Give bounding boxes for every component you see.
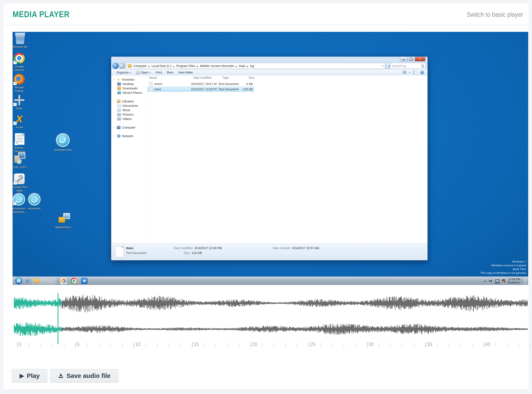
- notepad-icon: [136, 71, 140, 74]
- toolbar-item-open: Open▾: [136, 71, 151, 74]
- details-size: Size:124 KB: [184, 251, 202, 254]
- watermark-line: Windows License is expired: [480, 264, 526, 267]
- ruler-label: 0: [19, 342, 21, 347]
- miarec-icon: [58, 213, 70, 224]
- license-icon: ↗: [15, 133, 25, 145]
- toolbar-item-burn: Burn: [167, 71, 173, 74]
- ruler-tick: [181, 343, 181, 347]
- ruler-tick: [262, 343, 262, 347]
- column-header-date-modified: Date modified: [192, 76, 221, 81]
- sidebar-item-label: Computer: [122, 126, 136, 129]
- file-type-cell: Text Document: [217, 82, 241, 86]
- ruler-tick: [484, 342, 484, 347]
- sizer-icon: ↗: [14, 95, 25, 105]
- x-lite-icon: X↗: [14, 114, 25, 124]
- sidebar-item-label: Pictures: [123, 113, 133, 116]
- breadcrumb-segment: log: [250, 64, 254, 68]
- video-frame[interactable]: × ← → Computer▶Local Disk (C:)▶Program F…: [13, 32, 528, 285]
- desktop-icon-license: ↗license - Shortcut: [13, 133, 32, 153]
- shortcut-arrow-icon: ↗: [13, 202, 16, 205]
- save-audio-button[interactable]: Save audio file: [50, 369, 118, 383]
- file-row: errors3/14/2017 10:57 AMText Document0 K…: [147, 81, 254, 87]
- sidebar-group: ▸Network: [111, 134, 147, 138]
- details-file-name: trace: [126, 246, 133, 250]
- music-icon: [117, 109, 121, 112]
- desktop-icon: [117, 82, 121, 85]
- player-card: MEDIA PLAYER Switch to basic player × ← …: [3, 3, 529, 389]
- details-file-type: Text Document: [126, 251, 146, 254]
- breadcrumb-segment: Local Disk (C:): [152, 64, 172, 68]
- toolbar-item-label: Open: [141, 71, 148, 74]
- folder-icon: [34, 279, 40, 283]
- star-icon: ★: [117, 78, 120, 81]
- switch-to-basic-player-link[interactable]: Switch to basic player: [467, 11, 523, 18]
- desktop-icon-label: X-Lite_4.9.5...: [13, 165, 32, 169]
- sidebar-item-label: Downloads: [123, 87, 138, 90]
- desktop-icon-label: accession: [22, 207, 47, 210]
- window-controls: ×: [400, 57, 425, 61]
- desktop-icon-label: license - Shortcut: [13, 146, 32, 153]
- sidebar-item-label: Desktop: [123, 82, 134, 86]
- ruler-tick: [379, 343, 379, 347]
- media-player-page: MEDIA PLAYER Switch to basic player × ← …: [0, 0, 532, 394]
- toolbar-item-organize: Organize▾: [116, 71, 131, 74]
- minimize-icon: [400, 57, 407, 61]
- sidebar-group: ▸LibrariesDocumentsMusicPicturesVideos: [111, 99, 147, 121]
- search-input: Search log: [390, 63, 426, 69]
- expander-icon: ▸: [114, 78, 115, 81]
- media-player-icon: ▶: [60, 278, 67, 284]
- system-tray: ▲ 12:09 PM 3/14/2017: [484, 277, 527, 285]
- explorer-toolbar: Organize▾Open▾PrintBurnNew folder▾?: [111, 69, 427, 76]
- page-title: MEDIA PLAYER: [13, 10, 69, 19]
- breadcrumb-separator-icon: ▶: [173, 65, 175, 67]
- header: MEDIA PLAYER Switch to basic player: [3, 3, 529, 25]
- back-icon: ←: [112, 63, 119, 69]
- forward-icon: →: [119, 63, 125, 69]
- toolbar-item-label: Burn: [167, 71, 173, 74]
- breadcrumb-separator-icon: ▶: [197, 65, 198, 67]
- watermark-line: Build 7601: [480, 267, 526, 271]
- ruler-tick: [344, 343, 344, 347]
- ruler-tick: [122, 343, 123, 347]
- file-name: trace: [154, 88, 161, 91]
- sidebar-item-documents: Documents: [111, 104, 147, 108]
- prosafe-icon: ↗: [14, 173, 25, 184]
- sidebar-item-pictures: Pictures: [111, 112, 147, 117]
- shortcut-arrow-icon: ↗: [13, 82, 17, 85]
- file-name-cell: errors: [148, 82, 189, 86]
- file-size-cell: 125 KB: [241, 88, 254, 91]
- ruler-tick: [239, 343, 239, 347]
- sidebar-item-label: Libraries: [122, 100, 134, 103]
- breadcrumb-segment: Data: [239, 64, 245, 68]
- play-button[interactable]: ▶ Play: [12, 369, 47, 383]
- ruler-tick: [309, 342, 309, 347]
- accession-icon: [81, 278, 88, 284]
- computer-icon: [117, 126, 120, 129]
- close-icon: ×: [415, 57, 425, 61]
- ruler-tick: [99, 343, 99, 347]
- ruler-label: 15: [193, 342, 199, 347]
- waveform[interactable]: [14, 293, 528, 343]
- ruler-tick: [495, 343, 496, 347]
- ruler-tick: [204, 343, 204, 347]
- shortcut-arrow-icon: ↗: [13, 103, 17, 106]
- toolbar-item-label: New folder: [178, 71, 193, 74]
- expander-icon: ▸: [114, 135, 115, 137]
- ruler-tick: [530, 343, 531, 347]
- ruler-tick: [192, 342, 193, 347]
- accession-live-icon: [56, 133, 70, 147]
- shortcut-arrow-icon: ↗: [13, 61, 17, 64]
- breadcrumb-separator-icon: ▶: [148, 65, 150, 67]
- toolbar-item-label: Print: [156, 71, 162, 74]
- ruler-tick: [507, 343, 507, 347]
- start-button-icon: [15, 277, 22, 284]
- sidebar-item-label: Documents: [123, 104, 138, 107]
- taskbar-clock: 12:09 PM 3/14/2017: [508, 278, 520, 284]
- file-size-cell: 0 KB: [241, 82, 254, 86]
- ruler-tick: [87, 343, 88, 347]
- shortcut-arrow-icon: ↗: [13, 181, 17, 185]
- address-bar: Computer▶Local Disk (C:)▶Program Files▶M…: [126, 63, 385, 69]
- file-name: errors: [154, 82, 162, 86]
- taskbar-window-label: log: [41, 279, 45, 283]
- playhead[interactable]: [57, 293, 58, 344]
